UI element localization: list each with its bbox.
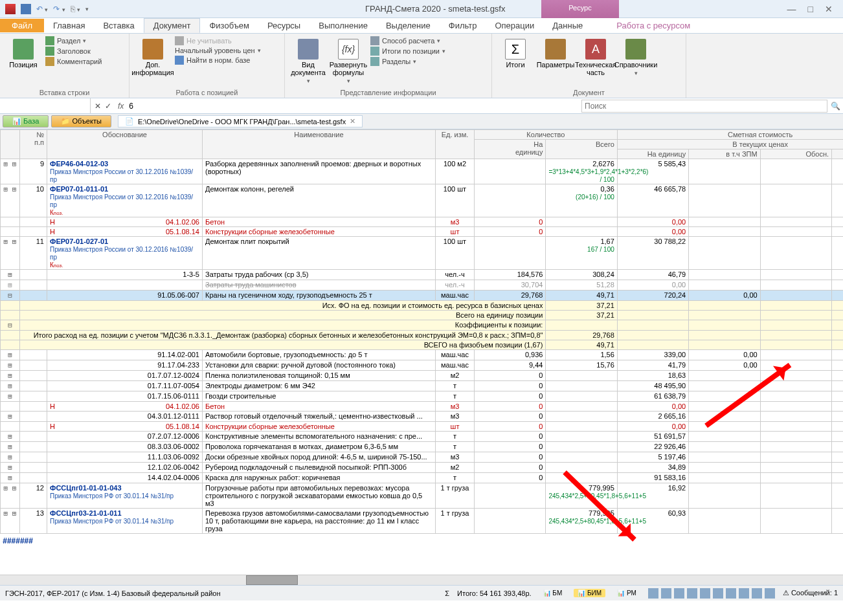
table-row[interactable]: ⊞91.17.04-233Установки для сварки: ручно… [1, 360, 844, 371]
sb-icon-4[interactable] [687, 588, 697, 599]
position-button[interactable]: Позиция [5, 36, 41, 69]
col-cost-total: Общая [832, 149, 843, 159]
find-norm-button[interactable]: Найти в норм. базе [175, 56, 261, 65]
sections-icon [370, 57, 379, 66]
table-row[interactable]: ⊞ ⊞11ФЕР07-01-027-01Приказ Минстроя Росс… [1, 237, 844, 270]
cancel-edit-icon[interactable]: ✕ [95, 102, 101, 111]
rm-badge[interactable]: 📊 РМ [613, 589, 640, 597]
mode-objects-button[interactable]: 📁 Объекты [51, 115, 111, 127]
formula-input[interactable] [126, 100, 581, 112]
table-row[interactable]: Н05.1.08.14Конструкции сборные железобет… [1, 227, 844, 237]
doc-view-button[interactable]: Вид документа▾ [290, 36, 326, 84]
qat-dropdown-icon[interactable]: ▾ [85, 6, 89, 12]
expand-formulas-button[interactable]: {fx}Развернуть формулы▾ [330, 36, 366, 84]
app-icon [5, 4, 16, 14]
section-button[interactable]: Раздел ▾ [45, 36, 102, 45]
ignore-button[interactable]: Не учитывать [175, 36, 261, 45]
table-row[interactable]: ⊟Коэффициенты к позиции: [1, 320, 844, 331]
sections-button[interactable]: Разделы ▾ [370, 57, 445, 66]
table-row[interactable]: Н04.1.02.06Бетонм300,000,00 [1, 217, 844, 227]
table-row[interactable]: ⊞11.1.03.06-0092Доски обрезные хвойных п… [1, 452, 844, 463]
sb-icon-6[interactable] [713, 588, 723, 599]
header-button[interactable]: Заголовок [45, 47, 102, 56]
table-row[interactable]: ⊞ ⊞10ФЕР07-01-011-01Приказ Минстроя Росс… [1, 184, 844, 217]
table-row[interactable]: ⊞12.1.02.06-0042Рубероид подкладочный с … [1, 463, 844, 473]
undo-icon[interactable]: ↶ ▾ [36, 5, 48, 14]
extra-info-button[interactable]: Доп. информация [135, 36, 171, 76]
save-icon[interactable] [21, 4, 31, 14]
copy-icon[interactable]: ⎘ ▾ [71, 5, 80, 14]
sb-icon-1[interactable] [648, 588, 658, 599]
table-row[interactable]: ⊞ ⊞12ФССЦпг01-01-01-043Приказ Минстроя Р… [1, 483, 844, 509]
table-row[interactable]: ВСЕГО на физобъем позиции (1,67)49,71 [1, 340, 844, 350]
sb-icon-9[interactable] [752, 588, 762, 599]
tab-ops[interactable]: Операции [486, 19, 543, 32]
table-row[interactable]: Н04.1.02.06Бетонм300,000,00 [1, 402, 844, 412]
table-row[interactable]: ⊞ ⊞13ФССЦпг03-21-01-011Приказ Минстроя Р… [1, 509, 844, 534]
confirm-edit-icon[interactable]: ✓ [105, 102, 111, 111]
bim-badge[interactable]: 📊 БИМ [574, 589, 605, 597]
position-totals-button[interactable]: Итоги по позиции ▾ [370, 47, 445, 56]
col-cost-just: Обосн. [760, 149, 831, 159]
minimize-button[interactable]: — [787, 4, 796, 14]
totals-icon [370, 47, 379, 56]
sb-icon-2[interactable] [661, 588, 671, 599]
table-row[interactable]: Н05.1.08.14Конструкции сборные железобет… [1, 422, 844, 432]
horizontal-scrollbar[interactable] [0, 575, 843, 585]
tab-select[interactable]: Выделение [377, 19, 440, 32]
tab-document[interactable]: Документ [144, 18, 201, 33]
cell-ref-box[interactable] [0, 98, 91, 113]
mode-base-button[interactable]: 📊 База [3, 115, 49, 127]
ref-button[interactable]: Справочники▾ [618, 36, 654, 76]
table-row[interactable]: ⊞01.7.15.06-0111Гвозди строительныет061 … [1, 391, 844, 402]
tab-exec[interactable]: Выполнение [309, 19, 377, 32]
bm-badge[interactable]: 📊 БМ [539, 589, 567, 597]
messages-indicator[interactable]: ⚠ Сообщений: 1 [783, 589, 838, 597]
book-icon [625, 39, 646, 60]
table-row[interactable]: Итого расход на ед. позиции с учетом "МД… [1, 331, 844, 340]
table-row[interactable]: ⊞07.2.07.12-0006Конструктивные элементы … [1, 432, 844, 442]
table-row[interactable]: Всего на единицу позиции37,21 [1, 311, 844, 320]
maximize-button[interactable]: □ [808, 4, 813, 14]
tab-resources[interactable]: Ресурсы [258, 19, 309, 32]
params-button[interactable]: Параметры [537, 36, 574, 69]
table-row[interactable]: Исх. ФО на ед. позиции и стоимость ед. р… [1, 301, 844, 311]
table-row[interactable]: ⊞14.4.02.04-0006Краска для наружных рабо… [1, 473, 844, 483]
comment-button[interactable]: Комментарий [45, 57, 102, 66]
sb-icon-3[interactable] [674, 588, 684, 599]
tech-part-button[interactable]: AТехническая часть [578, 36, 614, 76]
tab-phys[interactable]: Физобъем [200, 19, 258, 32]
estimate-grid[interactable]: № п.п Обоснование Наименование Ед. изм. … [0, 129, 843, 534]
sb-icon-10[interactable] [765, 588, 775, 599]
table-row[interactable]: ⊞08.3.03.06-0002Проволока горячекатаная … [1, 442, 844, 452]
status-left: ГЭСН-2017, ФЕР-2017 (с Изм. 1-4) Базовый… [5, 589, 221, 597]
table-row[interactable]: ⊞01.7.07.12-0024Пленка полиэтиленовая то… [1, 371, 844, 381]
redo-icon[interactable]: ↷ ▾ [53, 5, 65, 14]
base-level-button[interactable]: Начальный уровень цен ▾ [175, 47, 261, 54]
col-cost-unit: На единицу [617, 149, 688, 159]
sb-icon-7[interactable] [726, 588, 736, 599]
tab-main[interactable]: Главная [44, 19, 94, 32]
tab-resource-work[interactable]: Работа с ресурсом [607, 19, 699, 32]
totals-button[interactable]: ΣИтоги [497, 36, 534, 69]
close-button[interactable]: ✕ [825, 4, 833, 14]
file-tab[interactable]: Файл [0, 19, 44, 32]
sb-icon-8[interactable] [739, 588, 749, 599]
table-row[interactable]: ⊞01.7.11.07-0054Электроды диаметром: 6 м… [1, 381, 844, 391]
table-row[interactable]: ⊟91.05.06-007Краны на гусеничном ходу, г… [1, 291, 844, 301]
tab-filter[interactable]: Фильтр [440, 19, 486, 32]
table-row[interactable]: ⊞ ⊞9ФЕР46-04-012-03Приказ Минстроя Росси… [1, 159, 844, 184]
document-tab[interactable]: 📄 E:\OneDrive\OneDrive - ООО МГК ГРАНД\Г… [118, 115, 363, 127]
sb-icon-5[interactable] [700, 588, 710, 599]
search-input[interactable] [581, 100, 827, 113]
tab-data[interactable]: Данные [543, 19, 592, 32]
table-row[interactable]: ⊞91.14.02-001Автомобили бортовые, грузоп… [1, 350, 844, 360]
close-tab-icon[interactable]: ✕ [350, 117, 355, 126]
search-button[interactable]: 🔍 [827, 102, 843, 111]
table-row[interactable]: ⊞Затраты труда машинистовчел.-ч30,70451,… [1, 280, 844, 291]
tab-insert[interactable]: Вставка [94, 19, 143, 32]
header-icon [45, 47, 54, 56]
col-qty-total: Всего [546, 140, 617, 159]
calc-method-button[interactable]: Способ расчета ▾ [370, 36, 445, 45]
table-row[interactable]: ⊞1-3-5Затраты труда рабочих (ср 3,5)чел.… [1, 270, 844, 280]
